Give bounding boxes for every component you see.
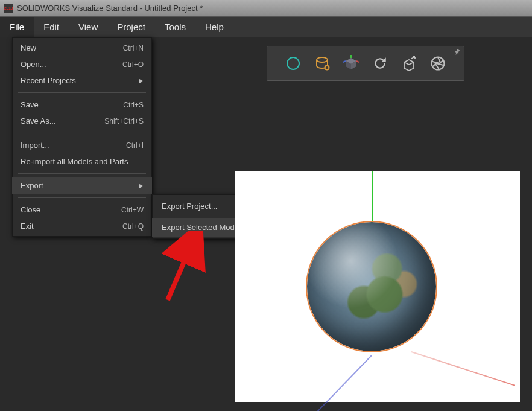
aperture-icon[interactable]: [428, 53, 448, 74]
menu-file-reimport[interactable]: Re-import all Models and Parts: [12, 153, 152, 170]
label: Save As...: [21, 116, 56, 126]
menu-file-open[interactable]: Open... Ctrl+O: [12, 56, 152, 72]
svg-line-4: [356, 61, 359, 62]
label: Re-import all Models and Parts: [21, 157, 128, 166]
axis-z-icon: [317, 355, 372, 411]
annotation-arrow-icon: [162, 231, 210, 303]
workspace: New Ctrl+N Open... Ctrl+O Recent Project…: [0, 37, 532, 411]
submenu-arrow-icon: ▶: [139, 182, 144, 189]
menu-file-save-as[interactable]: Save As... Shift+Ctrl+S: [12, 113, 152, 129]
separator: [18, 133, 146, 133]
label: Import...: [21, 141, 49, 150]
menu-project[interactable]: Project: [107, 17, 155, 37]
shortcut: Ctrl+N: [123, 44, 144, 53]
menu-file-import[interactable]: Import... Ctrl+I: [12, 137, 152, 153]
shortcut: Ctrl+O: [122, 60, 144, 69]
label: Recent Projects: [21, 76, 76, 85]
file-dropdown: New Ctrl+N Open... Ctrl+O Recent Project…: [12, 37, 152, 237]
separator: [18, 197, 146, 198]
separator: [18, 173, 146, 174]
select-sphere-icon[interactable]: [283, 53, 303, 74]
svg-point-0: [287, 57, 299, 69]
label: Open...: [21, 60, 46, 69]
menu-file-new[interactable]: New Ctrl+N: [12, 40, 152, 56]
menu-tools[interactable]: Tools: [155, 17, 195, 37]
label: Save: [21, 100, 39, 109]
cube-gizmo-icon[interactable]: [341, 53, 361, 74]
menu-file-recent-projects[interactable]: Recent Projects ▶: [12, 72, 152, 89]
database-icon[interactable]: [312, 53, 332, 74]
refresh-icon[interactable]: [370, 53, 390, 74]
svg-point-1: [317, 57, 328, 62]
title-bar: 2018 SOLIDWORKS Visualize Standard - Unt…: [0, 0, 532, 17]
label: Export Project...: [162, 202, 217, 211]
menu-file[interactable]: File: [0, 17, 34, 37]
shortcut: Shift+Ctrl+S: [104, 117, 144, 126]
menu-edit[interactable]: Edit: [34, 17, 69, 37]
shortcut: Ctrl+S: [123, 101, 144, 109]
svg-line-7: [168, 237, 195, 300]
shortcut: Ctrl+Q: [122, 222, 144, 231]
menu-file-close[interactable]: Close Ctrl+W: [12, 202, 152, 218]
axis-x-icon: [411, 351, 515, 386]
menu-help[interactable]: Help: [195, 17, 233, 37]
label: Export: [21, 181, 43, 190]
separator: [18, 92, 146, 93]
main-toolbar: [267, 46, 464, 81]
label: Close: [21, 205, 40, 214]
menu-view[interactable]: View: [69, 17, 107, 37]
window-title: SOLIDWORKS Visualize Standard - Untitled…: [17, 4, 203, 13]
shortcut: Ctrl+W: [121, 206, 144, 214]
menu-file-exit[interactable]: Exit Ctrl+Q: [12, 218, 152, 234]
pin-icon[interactable]: [452, 47, 463, 59]
shortcut: Ctrl+I: [126, 141, 144, 150]
menu-file-export[interactable]: Export ▶: [12, 177, 152, 194]
open-box-icon[interactable]: [399, 53, 419, 74]
svg-line-5: [343, 61, 346, 62]
viewport-3d[interactable]: [235, 171, 520, 402]
submenu-arrow-icon: ▶: [139, 77, 144, 84]
selected-object-globe[interactable]: [307, 222, 436, 351]
label: New: [21, 43, 36, 53]
app-icon: 2018: [4, 4, 13, 13]
selection-outline: [306, 221, 437, 352]
menu-file-save[interactable]: Save Ctrl+S: [12, 97, 152, 113]
menu-bar: File Edit View Project Tools Help: [0, 17, 532, 37]
label: Exit: [21, 221, 34, 231]
